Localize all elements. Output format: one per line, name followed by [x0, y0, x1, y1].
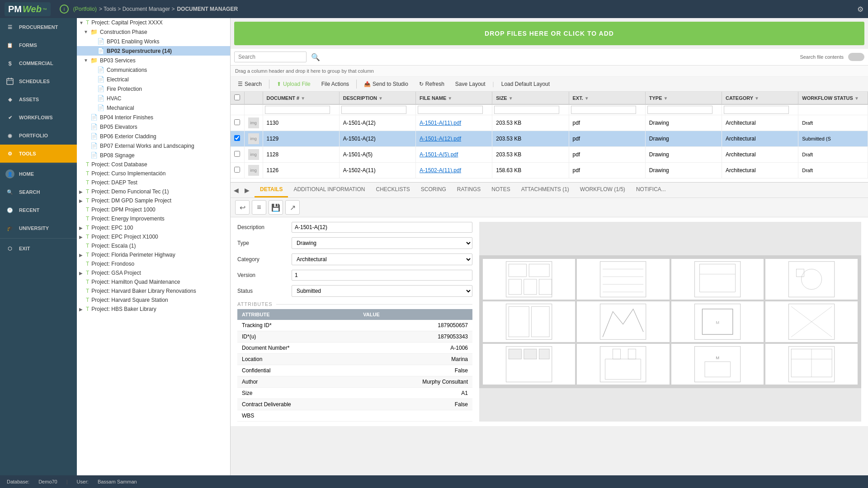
sidebar-item-portfolio[interactable]: ◉ PORTFOLIO	[0, 127, 77, 145]
tree-item-energy[interactable]: T Project: Energy Improvements	[77, 214, 230, 223]
filter-filename[interactable]	[418, 106, 483, 114]
table-row[interactable]: img 1128 A-1501-A(5) A-1501-A(5).pdf 203…	[231, 147, 868, 163]
table-row[interactable]: img 1129 A-1501-A(12) A-1501-A(12).pdf 2…	[231, 131, 868, 147]
version-input[interactable]	[292, 270, 472, 281]
col-desc[interactable]: DESCRIPTION ▼	[339, 92, 415, 104]
sidebar-item-procurement[interactable]: ☰ PROCUREMENT	[0, 18, 77, 36]
tree-item-epcx1000[interactable]: ▶ T Project: EPC Project X1000	[77, 232, 230, 241]
refresh-button[interactable]: ↻ Refresh	[415, 79, 448, 89]
filter-category[interactable]	[724, 106, 789, 114]
filter-type[interactable]	[647, 106, 712, 114]
info-icon[interactable]: i	[60, 5, 69, 14]
breadcrumb-portfolio[interactable]: (Portfolio)	[73, 6, 97, 12]
file-actions-button[interactable]: File Actions	[318, 79, 353, 89]
sidebar-item-commercial[interactable]: $ COMMERCIAL	[0, 54, 77, 72]
save-layout-btn[interactable]: Save Layout	[452, 79, 489, 89]
tree-item-harvard-baker[interactable]: T Project: Harvard Baker Library Renovat…	[77, 286, 230, 296]
row-checkbox-2[interactable]	[231, 147, 244, 163]
col-category[interactable]: CATEGORY ▼	[722, 92, 798, 104]
col-size[interactable]: SIZE ▼	[492, 92, 569, 104]
tree-item-hamilton[interactable]: T Project: Hamilton Quad Maintenance	[77, 277, 230, 286]
filter-size[interactable]	[494, 106, 559, 114]
sidebar-item-home[interactable]: 👤 HOME	[0, 165, 77, 183]
tab-additional-info[interactable]: ADDITIONAL INFORMATION	[288, 183, 370, 197]
select-all-checkbox[interactable]	[234, 94, 240, 100]
list-button[interactable]: ≡	[252, 200, 266, 215]
tree-item-bp01[interactable]: 📄 BP01 Enabling Works	[77, 37, 230, 46]
tree-scroll[interactable]: ▼ T Project: Capital Project XXXX ▼ 📁 Co…	[77, 18, 230, 318]
tree-item-bp07[interactable]: 📄 BP07 External Works and Landscaping	[77, 141, 230, 150]
category-select[interactable]: Architectural Structural Civil	[292, 253, 472, 265]
nav-prev-button[interactable]: ◀	[231, 185, 241, 196]
tab-notifications[interactable]: NOTIFICA...	[631, 183, 671, 197]
tree-item-harvard-sq[interactable]: T Project: Harvard Square Station	[77, 296, 230, 305]
tree-item-communications[interactable]: 📄 Communications	[77, 65, 230, 75]
tab-ratings[interactable]: RATINGS	[452, 183, 486, 197]
sidebar-item-tools[interactable]: ⚙ TOOLS	[0, 145, 77, 163]
col-type[interactable]: TYPE ▼	[645, 92, 722, 104]
tree-item-bp08[interactable]: 📄 BP08 Signage	[77, 150, 230, 160]
tree-item-frondoso[interactable]: T Project: Frondoso	[77, 259, 230, 268]
col-workflow-status[interactable]: WORKFLOW STATUS ▼	[798, 92, 868, 104]
save-button[interactable]: 💾	[269, 200, 283, 215]
tree-item-gsa[interactable]: ▶ T Project: GSA Project	[77, 268, 230, 277]
search-submit-button[interactable]: 🔍	[311, 53, 320, 61]
tree-item-capital[interactable]: ▼ T Project: Capital Project XXXX	[77, 18, 230, 27]
type-select[interactable]: Drawing Specification Report	[292, 237, 472, 249]
row-filename-1[interactable]: A-1501-A(12).pdf	[416, 131, 492, 147]
tree-item-cost-db[interactable]: T Project: Cost Database	[77, 160, 230, 169]
tree-item-bp02[interactable]: 📄 BP02 Superstructure (14)	[77, 46, 230, 56]
tree-item-daep[interactable]: T Project: DAEP Test	[77, 178, 230, 187]
tree-item-bp05[interactable]: 📄 BP05 Elevators	[77, 122, 230, 131]
tree-item-bp06[interactable]: 📄 BP06 Exterior Cladding	[77, 131, 230, 141]
tab-details[interactable]: DETAILS	[255, 183, 288, 197]
description-input[interactable]	[292, 222, 472, 233]
sidebar-item-assets[interactable]: ◆ ASSETS	[0, 90, 77, 108]
status-select[interactable]: Submitted Draft Approved	[292, 285, 472, 297]
row-filename-3[interactable]: A-1502-A(11).pdf	[416, 163, 492, 178]
tab-notes[interactable]: NOTES	[486, 183, 515, 197]
search-button[interactable]: ☰ Search	[234, 79, 265, 89]
tree-item-florida[interactable]: ▶ T Project: Florida Perimeter Highway	[77, 250, 230, 259]
load-default-btn[interactable]: Load Default Layout	[498, 79, 553, 89]
table-row[interactable]: img 1126 A-1502-A(11) A-1502-A(11).pdf 1…	[231, 163, 868, 178]
sidebar-item-schedules[interactable]: SCHEDULES	[0, 72, 77, 90]
tree-item-bp03[interactable]: ▼ 📁 BP03 Services	[77, 56, 230, 65]
row-filename-2[interactable]: A-1501-A(5).pdf	[416, 147, 492, 163]
filter-desc[interactable]	[341, 106, 406, 114]
sidebar-item-recent[interactable]: 🕐 RECENT	[0, 201, 77, 219]
tree-item-dpm[interactable]: T Project: DPM Project 1000	[77, 205, 230, 214]
adjust-icon[interactable]: ⚙	[857, 5, 863, 14]
upload-button[interactable]: ⬆ Upload File	[273, 79, 314, 89]
tree-item-hbs[interactable]: ▶ T Project: HBS Baker Library	[77, 305, 230, 314]
col-checkbox[interactable]	[231, 92, 244, 104]
tree-item-dm-gpd[interactable]: ▶ T Project: DM GPD Sample Project	[77, 196, 230, 205]
tab-checklists[interactable]: CHECKLISTS	[370, 183, 415, 197]
sidebar-item-search[interactable]: 🔍 SEARCH	[0, 183, 77, 201]
tab-attachments[interactable]: ATTACHMENTS (1)	[516, 183, 575, 197]
col-ext[interactable]: EXT. ▼	[569, 92, 645, 104]
tree-item-demo[interactable]: ▶ T Project: Demo Funcional Tec (1)	[77, 187, 230, 196]
sidebar-item-forms[interactable]: 📋 FORMS	[0, 36, 77, 54]
tree-item-fire[interactable]: 📄 Fire Protection	[77, 84, 230, 94]
drop-zone[interactable]: DROP FILES HERE OR CLICK TO ADD	[234, 22, 864, 45]
tree-item-mechanical[interactable]: 📄 Mechanical	[77, 103, 230, 113]
row-checkbox-1[interactable]	[231, 131, 244, 147]
row-checkbox-0[interactable]	[231, 115, 244, 131]
doc-table-wrapper[interactable]: DOCUMENT # ▼ DESCRIPTION ▼ FILE NAME ▼ S…	[231, 92, 868, 182]
table-row[interactable]: img 1130 A-1501-A(12) A-1501-A(11).pdf 2…	[231, 115, 868, 131]
tree-item-curso[interactable]: T Project: Curso Implementación	[77, 169, 230, 178]
filter-doc-num[interactable]	[265, 106, 330, 114]
search-input[interactable]	[234, 52, 307, 62]
col-doc-num[interactable]: DOCUMENT # ▼	[263, 92, 339, 104]
sidebar-item-university[interactable]: 🎓 UNIVERSITY	[0, 219, 77, 237]
nav-next-button[interactable]: ▶	[241, 185, 252, 196]
sidebar-item-exit[interactable]: ⬡ EXIT	[0, 239, 77, 258]
open-button[interactable]: ↗	[285, 200, 300, 215]
send-to-studio-button[interactable]: 📤 Send to Studio	[360, 79, 412, 89]
tab-workflow[interactable]: WORKFLOW (1/5)	[575, 183, 631, 197]
tree-item-hvac[interactable]: 📄 HVAC	[77, 94, 230, 103]
tree-item-electrical[interactable]: 📄 Electrical	[77, 75, 230, 84]
col-filename[interactable]: FILE NAME ▼	[416, 92, 492, 104]
tree-item-epc100[interactable]: ▶ T Project: EPC 100	[77, 223, 230, 232]
